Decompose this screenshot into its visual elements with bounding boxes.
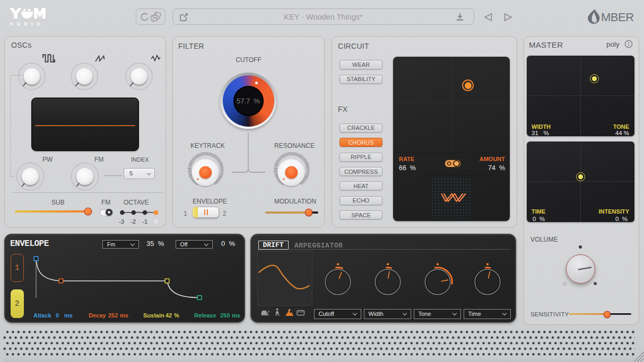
svg-text:MBER: MBER bbox=[601, 11, 634, 24]
svg-text:AUDIO: AUDIO bbox=[10, 21, 44, 27]
